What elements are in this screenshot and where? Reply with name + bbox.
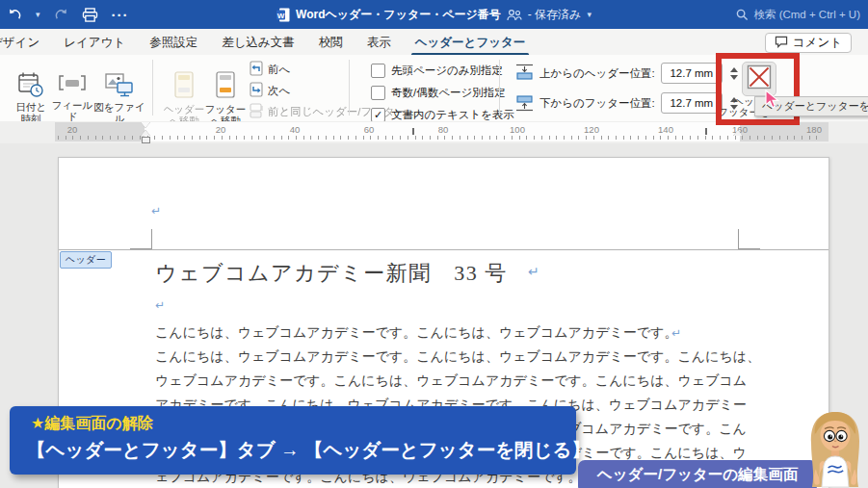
comment-icon	[775, 36, 788, 51]
insert-picture-icon	[104, 60, 135, 100]
status-chevron-icon[interactable]: ▾	[587, 11, 592, 19]
body-text-line[interactable]: こんにちは、ウェブコムアカデミーです。こんにちは、ウェブコムアカデミーです。	[155, 324, 678, 342]
text-boundary-mark	[738, 229, 739, 249]
stepper-up-icon[interactable]	[730, 67, 738, 72]
tab-review[interactable]: 校閲	[317, 30, 345, 55]
ruler-number: 60	[364, 124, 375, 135]
header-position-label: 上からのヘッダー位置:	[539, 66, 655, 81]
body-text-line[interactable]: ウェブコムアカデミーです。こんにちは、ウェブコムアカデミーです。こんにちは、ウェ…	[155, 372, 747, 390]
tab-references[interactable]: 参照設定	[147, 30, 199, 55]
show-document-text-label: 文書内のテキストを表示	[391, 108, 514, 122]
different-first-page-row: ✓ 先頭ページのみ別指定	[371, 64, 503, 78]
stepper-down-icon[interactable]	[730, 75, 738, 80]
caption-right-text: ヘッダー/フッターの編集画面	[597, 465, 798, 485]
caption-banner-left: ★編集画面の解除 【ヘッダーとフッター】タブ → 【ヘッダーとフッターを閉じる】	[10, 406, 576, 475]
presenter-avatar	[802, 410, 868, 488]
previous-button[interactable]: 前へ	[249, 61, 290, 78]
different-odd-even-label: 奇数/偶数ページ別指定	[391, 86, 506, 100]
paragraph-mark-icon: ↵	[155, 299, 165, 311]
paragraph-mark-icon: ↵	[151, 205, 161, 217]
tab-mailings[interactable]: 差し込み文書	[220, 30, 297, 55]
footer-position-label: 下からのフッター位置:	[539, 96, 655, 111]
different-first-page-checkbox[interactable]: ✓	[371, 64, 385, 78]
window-title: Wordヘッダー・フッター・ページ番号	[296, 7, 501, 23]
goto-footer-icon	[214, 60, 237, 102]
header-position-stepper[interactable]	[730, 67, 738, 80]
tab-layout[interactable]: レイアウト	[62, 30, 127, 55]
ruler-number: 120	[584, 124, 599, 135]
ruler-number: 180	[806, 124, 822, 135]
ruler-number: 20	[67, 124, 78, 135]
date-time-button[interactable]: 日付と 時刻	[10, 60, 52, 124]
search-box[interactable]: 検索 (Cmd + Ctrl + U)	[736, 0, 860, 29]
footer-from-bottom-icon	[515, 93, 534, 114]
header-position-input[interactable]: 12.7 mm	[661, 63, 723, 84]
comment-label: コメント	[793, 35, 842, 51]
date-time-icon	[17, 60, 44, 100]
different-first-page-label: 先頭ページのみ別指定	[391, 64, 503, 78]
tab-header-footer[interactable]: ヘッダーとフッター	[413, 30, 528, 55]
group-divider	[499, 60, 500, 116]
ruler-number: 100	[510, 124, 525, 135]
first-line-indent-marker[interactable]	[141, 122, 150, 128]
show-document-text-row: ✓ 文書内のテキストを表示	[371, 108, 514, 122]
tab-stop-marker[interactable]	[705, 128, 707, 135]
header-boundary-line	[59, 249, 829, 250]
mouse-cursor-icon	[764, 90, 781, 114]
hanging-indent-marker[interactable]	[141, 130, 150, 136]
header-position-row: 上からのヘッダー位置: 12.7 mm	[515, 63, 738, 84]
show-document-text-checkbox[interactable]: ✓	[371, 108, 385, 122]
header-area-tag: ヘッダー	[60, 251, 112, 269]
header-from-top-icon	[515, 64, 534, 84]
ruler-number: 20	[216, 124, 226, 135]
field-button[interactable]: フィールド	[51, 60, 93, 122]
right-indent-marker[interactable]	[733, 130, 743, 136]
comment-button[interactable]: コメント	[765, 33, 852, 53]
paragraph-mark-icon: ↵	[671, 327, 681, 339]
search-placeholder: 検索 (Cmd + Ctrl + U)	[753, 8, 860, 22]
next-icon	[249, 82, 264, 99]
paragraph-mark-icon: ↵	[528, 266, 539, 277]
horizontal-ruler[interactable]: 20 20 40 60 80 100 120 140 160 180	[0, 121, 868, 143]
goto-footer-button[interactable]: フッター へ移動	[204, 60, 247, 126]
left-indent-marker[interactable]	[142, 137, 150, 143]
group-divider	[349, 60, 350, 116]
tab-design[interactable]: デザイン	[0, 30, 41, 55]
tab-stop-marker[interactable]	[412, 128, 414, 135]
next-label: 次へ	[268, 84, 290, 98]
footer-position-row: 下からのフッター位置: 12.7 mm	[515, 92, 738, 114]
check-icon: ✓	[374, 109, 382, 121]
ribbon-tab-row: デザイン レイアウト 参照設定 差し込み文書 校閲 表示 ヘッダーとフッター コ…	[0, 29, 868, 56]
text-boundary-mark	[151, 229, 152, 249]
caption-title: ★編集画面の解除	[31, 414, 576, 434]
collaboration-icon	[507, 9, 522, 21]
previous-label: 前へ	[268, 63, 290, 77]
tab-view[interactable]: 表示	[365, 30, 393, 55]
ribbon: 日付と 時刻 フィールド 図をファイル から挿入 ヘッダー へ移動	[0, 55, 868, 122]
next-button[interactable]: 次へ	[249, 82, 290, 99]
svg-text:W: W	[277, 11, 285, 19]
caption-banner-right: ヘッダー/フッターの編集画面	[578, 460, 817, 488]
ruler-ticks	[58, 136, 824, 140]
caption-body: 【ヘッダーとフッター】タブ → 【ヘッダーとフッターを閉じる】	[27, 437, 576, 463]
body-text-line[interactable]: こんにちは、ウェブコムアカデミーです。こんにちは、ウェブコムアカデミーです。こん…	[155, 348, 760, 366]
save-status: - 保存済み	[528, 7, 582, 23]
link-to-previous-icon	[249, 103, 264, 120]
goto-header-icon	[172, 60, 196, 102]
ruler-number: 40	[290, 124, 301, 135]
ruler-number: 80	[438, 124, 449, 135]
search-icon	[736, 9, 749, 21]
document-heading[interactable]: ウェブコムアカデミー新聞 33 号	[155, 259, 508, 288]
titlebar: ▾ ··· W Wordヘッダー・フッター・ページ番号 - 保存済み ▾	[0, 0, 868, 30]
different-odd-even-row: ✓ 奇数/偶数ページ別指定	[371, 86, 506, 100]
different-odd-even-checkbox[interactable]: ✓	[371, 86, 385, 100]
goto-header-button: ヘッダー へ移動	[162, 60, 206, 126]
field-label: フィールド	[51, 100, 93, 122]
ruler-number: 140	[658, 124, 673, 135]
group-divider	[152, 60, 153, 116]
word-window: ▾ ··· W Wordヘッダー・フッター・ページ番号 - 保存済み ▾	[0, 0, 868, 488]
previous-icon	[249, 61, 264, 78]
field-icon	[56, 60, 89, 98]
word-doc-icon: W	[276, 8, 290, 22]
